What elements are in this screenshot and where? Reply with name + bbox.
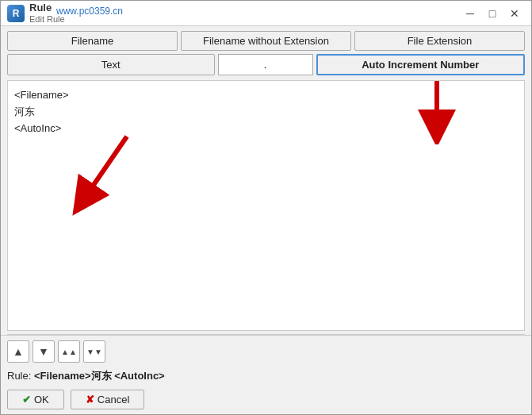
app-icon: R [7, 5, 25, 22]
ok-label: OK [34, 394, 49, 405]
auto-increment-button[interactable]: Auto Increment Number [316, 54, 526, 75]
toolbar-row1: Filename Filename without Extension File… [1, 26, 531, 52]
move-top-button[interactable]: ▲▲ [58, 340, 80, 363]
left-arrow [71, 129, 143, 224]
bottom-toolbar: ▲ ▼ ▲▲ ▼▼ Rule: <Filename>河东 <AutoInc> ✔… [1, 335, 531, 414]
close-button[interactable]: ✕ [504, 3, 525, 24]
check-icon: ✔ [22, 394, 31, 405]
maximize-button[interactable]: □ [482, 3, 503, 24]
svg-line-0 [83, 136, 127, 200]
ok-button[interactable]: ✔ OK [7, 390, 64, 409]
move-bottom-button[interactable]: ▼▼ [83, 340, 105, 363]
filename-button[interactable]: Filename [7, 31, 178, 51]
window-title: Rule [29, 2, 455, 14]
title-bar: R Rule Edit Rule www.pc0359.cn ─ □ ✕ [1, 1, 531, 26]
rule-label: Rule: [7, 370, 31, 382]
text-button[interactable]: Text [7, 54, 215, 75]
cross-icon: ✘ [86, 394, 94, 405]
window-subtitle: Edit Rule [29, 14, 455, 25]
content-area: <Filename> 河东 <AutoInc> [7, 80, 525, 331]
move-down-button[interactable]: ▼ [33, 340, 55, 363]
title-bar-controls: ─ □ ✕ [460, 3, 525, 24]
rule-value: <Filename>河东 <AutoInc> [34, 370, 165, 382]
file-extension-button[interactable]: File Extension [354, 31, 525, 51]
toolbar-row2: Text Auto Increment Number [1, 52, 531, 80]
text-input[interactable] [218, 54, 313, 75]
nav-buttons: ▲ ▼ ▲▲ ▼▼ [7, 340, 525, 363]
right-arrow [413, 80, 461, 144]
filename-no-ext-button[interactable]: Filename without Extension [181, 31, 351, 51]
minimize-button[interactable]: ─ [460, 3, 480, 24]
cancel-label: Cancel [98, 394, 129, 405]
main-window: R Rule Edit Rule www.pc0359.cn ─ □ ✕ Fil… [0, 0, 532, 415]
title-bar-text: Rule Edit Rule [29, 2, 455, 25]
rule-display: Rule: <Filename>河东 <AutoInc> [7, 367, 525, 385]
cancel-button[interactable]: ✘ Cancel [71, 390, 144, 409]
move-up-button[interactable]: ▲ [7, 340, 29, 363]
action-buttons: ✔ OK ✘ Cancel [7, 390, 525, 409]
